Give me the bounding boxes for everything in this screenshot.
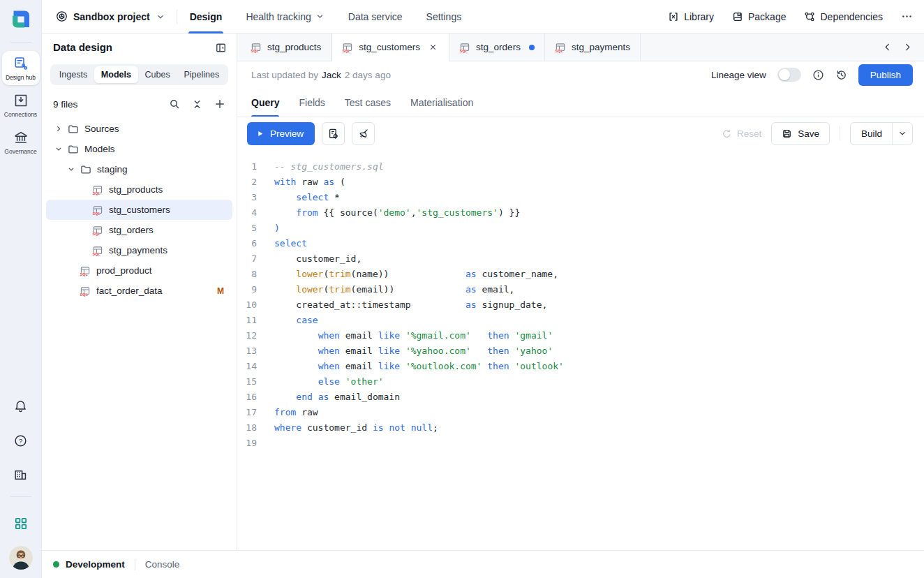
code-line-14[interactable]: 14 when email like '%outlook.com' then '… (237, 359, 924, 374)
line-content: customer_id, (274, 251, 362, 267)
apps-button[interactable] (14, 517, 28, 531)
collapse-all-button[interactable] (192, 99, 202, 110)
code-line-9[interactable]: 9 lower(trim(email)) as email, (237, 282, 924, 297)
panel-tab-ingests[interactable]: Ingests (52, 66, 94, 83)
scroll-tabs-right-button[interactable] (902, 42, 913, 52)
code-line-6[interactable]: 6select (237, 236, 924, 251)
code-line-3[interactable]: 3 select * (237, 190, 924, 205)
code-line-19[interactable]: 19 (237, 436, 924, 451)
history-button[interactable] (835, 69, 847, 81)
app-logo-icon[interactable] (8, 7, 33, 32)
nav-item-health-tracking[interactable]: Health tracking (246, 0, 324, 34)
code-line-13[interactable]: 13 when email like '%yahoo.com' then 'ya… (237, 343, 924, 359)
tree-item-sources[interactable]: Sources (46, 119, 232, 139)
code-line-5[interactable]: 5) (237, 221, 924, 236)
tree-item-stg-products[interactable]: SQLstg_products (46, 179, 232, 200)
build-button[interactable]: Build (850, 122, 913, 145)
editor-tab-stg-orders[interactable]: SQLstg_orders (449, 34, 545, 61)
rail-item-design-hub[interactable]: Design hub (2, 51, 40, 85)
tree-item-models[interactable]: Models (46, 139, 232, 159)
publish-button[interactable]: Publish (858, 64, 913, 86)
tree-item-stg-orders[interactable]: SQLstg_orders (46, 220, 232, 240)
nav-item-design[interactable]: Design (190, 0, 223, 34)
sql-editor[interactable]: 1-- stg_customers.sql2with raw as (3 sel… (237, 149, 924, 550)
close-tab-button[interactable] (427, 41, 439, 53)
editor-tabstrip: SQLstg_productsSQLstg_customersSQLstg_or… (237, 34, 924, 61)
editor-tab-label: stg_products (267, 42, 321, 52)
package-button[interactable]: Package (732, 11, 786, 22)
dependencies-label: Dependencies (820, 11, 883, 22)
notifications-button[interactable] (13, 399, 28, 414)
project-selector[interactable]: Sandbox project (56, 10, 165, 22)
tree-item-fact-order-data[interactable]: SQLfact_order_dataM (46, 281, 232, 301)
scroll-tabs-left-button[interactable] (882, 42, 893, 52)
console-toggle[interactable]: Console (145, 559, 180, 570)
code-line-15[interactable]: 15 else 'other' (237, 374, 924, 390)
line-content: from {{ source('demo','stg_customers') }… (274, 205, 520, 221)
rail-item-label: Connections (4, 111, 37, 118)
add-file-button[interactable] (214, 98, 225, 110)
subtab-fields[interactable]: Fields (299, 88, 325, 117)
model-subtabs: QueryFieldsTest casesMaterialisation (237, 88, 924, 117)
tree-item-label: Models (84, 144, 115, 154)
rail-bottom: ? (9, 399, 33, 578)
code-line-8[interactable]: 8 lower(trim(name)) as customer_name, (237, 267, 924, 282)
preview-button[interactable]: Preview (247, 122, 315, 145)
divider (135, 559, 135, 570)
code-line-11[interactable]: 11 case (237, 313, 924, 328)
lineage-view-toggle[interactable] (777, 68, 801, 82)
save-icon (782, 128, 792, 139)
panel-tab-cubes[interactable]: Cubes (138, 66, 177, 83)
reset-button[interactable]: Reset (722, 128, 761, 139)
organization-button[interactable] (13, 468, 28, 482)
compile-query-button[interactable] (322, 122, 345, 145)
tab-scroll-controls (882, 34, 924, 61)
search-button[interactable] (169, 98, 180, 110)
editor-tab-stg-customers[interactable]: SQLstg_customers (331, 34, 449, 61)
code-line-7[interactable]: 7 customer_id, (237, 251, 924, 267)
panel-tab-pipelines[interactable]: Pipelines (177, 66, 226, 83)
tree-item-stg-payments[interactable]: SQLstg_payments (46, 240, 232, 260)
info-button[interactable] (812, 69, 824, 81)
save-button[interactable]: Save (771, 122, 830, 145)
nav-item-data-service[interactable]: Data service (348, 0, 403, 34)
collapse-panel-button[interactable] (215, 42, 227, 54)
help-button[interactable]: ? (13, 434, 28, 448)
dependencies-button[interactable]: Dependencies (804, 11, 883, 22)
user-avatar[interactable] (9, 546, 33, 570)
svg-text:SQL: SQL (80, 272, 89, 276)
line-number: 8 (237, 267, 257, 282)
tree-item-staging[interactable]: staging (46, 159, 232, 179)
rail-item-connections[interactable]: Connections (2, 88, 40, 122)
subtab-test-cases[interactable]: Test cases (345, 88, 391, 117)
build-dropdown[interactable] (893, 123, 912, 144)
left-rail: Design hubConnectionsGovernance ? (0, 0, 42, 578)
subtab-query[interactable]: Query (251, 88, 279, 117)
code-line-12[interactable]: 12 when email like '%gmail.com' then 'gm… (237, 328, 924, 343)
code-line-1[interactable]: 1-- stg_customers.sql (237, 159, 924, 175)
tree-item-prod-product[interactable]: SQLprod_product (46, 260, 232, 281)
more-menu-button[interactable] (901, 10, 913, 22)
editor-tab-stg-payments[interactable]: SQLstg_payments (545, 34, 641, 61)
subtab-materialisation[interactable]: Materialisation (410, 88, 473, 117)
code-line-2[interactable]: 2with raw as ( (237, 175, 924, 190)
code-line-18[interactable]: 18where customer_id is not null; (237, 420, 924, 436)
code-line-17[interactable]: 17from raw (237, 405, 924, 420)
toggle-knob (779, 69, 790, 80)
environment-selector[interactable]: Development (66, 559, 125, 570)
status-bar: Development Console (42, 550, 924, 578)
rail-item-governance[interactable]: Governance (2, 125, 40, 159)
divider (10, 496, 31, 497)
code-line-16[interactable]: 16 end as email_domain (237, 390, 924, 405)
format-query-button[interactable] (352, 122, 375, 145)
tree-item-stg-customers[interactable]: SQLstg_customers (46, 200, 232, 220)
code-line-10[interactable]: 10 created_at::timestamp as signup_date, (237, 297, 924, 313)
nav-item-settings[interactable]: Settings (426, 0, 462, 34)
editor-tab-stg-products[interactable]: SQLstg_products (241, 34, 331, 61)
sqlfile-icon: SQL (92, 205, 103, 216)
library-button[interactable]: Library (668, 11, 714, 22)
svg-text:SQL: SQL (343, 48, 351, 52)
model-info-row: Last updated by Jack 2 days ago Lineage … (237, 61, 924, 88)
code-line-4[interactable]: 4 from {{ source('demo','stg_customers')… (237, 205, 924, 221)
panel-tab-models[interactable]: Models (94, 66, 138, 83)
